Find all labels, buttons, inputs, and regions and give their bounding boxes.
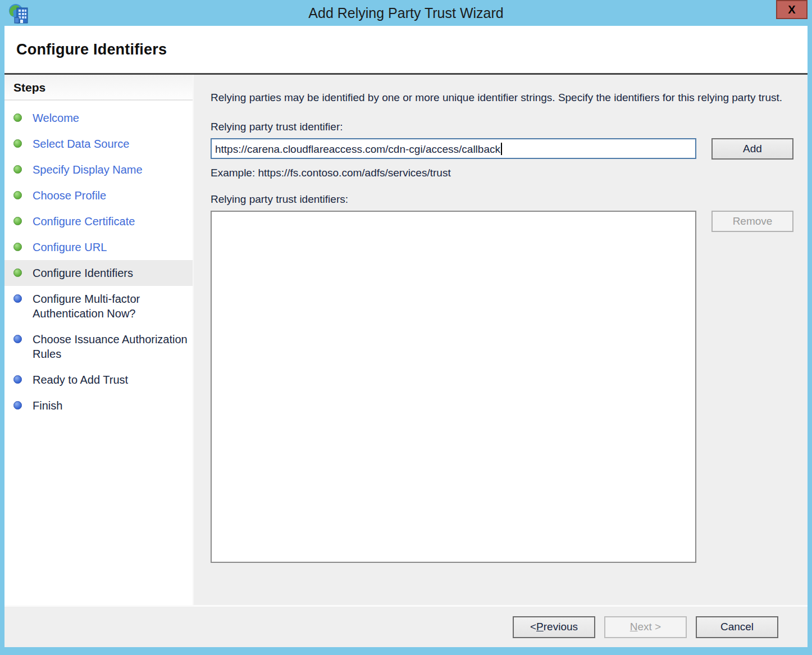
- sidebar-step-specify-display-name[interactable]: Specify Display Name: [4, 157, 193, 183]
- step-pending-bullet-icon: [13, 401, 22, 410]
- remove-button[interactable]: Remove: [711, 211, 793, 232]
- wizard-body: Configure Identifiers Steps WelcomeSelec…: [4, 26, 808, 647]
- sidebar-step-configure-multi-factor-authentication-now[interactable]: Configure Multi-factor Authentication No…: [4, 286, 193, 326]
- sidebar-step-choose-profile[interactable]: Choose Profile: [4, 183, 193, 208]
- wizard-window: Add Relying Party Trust Wizard X Configu…: [0, 0, 812, 655]
- step-label: Configure Certificate: [33, 214, 135, 229]
- step-label: Finish: [33, 398, 62, 413]
- page-title: Configure Identifiers: [16, 41, 167, 58]
- step-label: Welcome: [33, 111, 79, 125]
- sidebar-step-choose-issuance-authorization-rules[interactable]: Choose Issuance Authorization Rules: [4, 326, 193, 367]
- sidebar-step-configure-identifiers[interactable]: Configure Identifiers: [4, 260, 193, 286]
- step-done-bullet-icon: [13, 113, 22, 122]
- step-label: Choose Profile: [33, 188, 106, 203]
- previous-button[interactable]: < Previous: [513, 616, 595, 638]
- adfs-app-icon: [8, 3, 30, 24]
- step-label: Ready to Add Trust: [33, 372, 128, 387]
- step-done-bullet-icon: [13, 165, 22, 174]
- titlebar: Add Relying Party Trust Wizard X: [0, 0, 812, 26]
- step-done-bullet-icon: [13, 217, 22, 225]
- sidebar-step-welcome[interactable]: Welcome: [4, 105, 193, 131]
- step-label: Select Data Source: [33, 137, 129, 151]
- step-label: Configure Identifiers: [33, 266, 133, 280]
- sidebar-step-finish[interactable]: Finish: [4, 393, 193, 419]
- step-label: Configure Multi-factor Authentication No…: [33, 292, 188, 321]
- sidebar-step-ready-to-add-trust[interactable]: Ready to Add Trust: [4, 367, 193, 393]
- add-button[interactable]: Add: [711, 138, 793, 160]
- next-button[interactable]: Next >: [604, 616, 687, 638]
- steps-list: WelcomeSelect Data SourceSpecify Display…: [4, 105, 193, 419]
- window-title: Add Relying Party Trust Wizard: [308, 5, 503, 21]
- identifiers-listbox[interactable]: [211, 211, 696, 563]
- step-done-bullet-icon: [13, 269, 22, 277]
- identifiers-list-label: Relying party trust identifiers:: [211, 193, 793, 206]
- page-header: Configure Identifiers: [4, 26, 808, 73]
- step-done-bullet-icon: [13, 243, 22, 251]
- identifier-input[interactable]: https://carena.cloudflareaccess.com/cdn-…: [211, 138, 696, 159]
- sidebar-step-configure-certificate[interactable]: Configure Certificate: [4, 208, 193, 234]
- step-done-bullet-icon: [13, 191, 22, 199]
- step-done-bullet-icon: [13, 139, 22, 148]
- cancel-button[interactable]: Cancel: [696, 616, 778, 638]
- text-caret: [501, 143, 502, 155]
- main-panel: Relying parties may be identified by one…: [194, 75, 808, 605]
- steps-sidebar: Steps WelcomeSelect Data SourceSpecify D…: [4, 75, 193, 605]
- step-pending-bullet-icon: [13, 335, 22, 343]
- sidebar-step-select-data-source[interactable]: Select Data Source: [4, 131, 193, 157]
- identifier-input-value: https://carena.cloudflareaccess.com/cdn-…: [215, 143, 500, 155]
- sidebar-step-configure-url[interactable]: Configure URL: [4, 234, 193, 260]
- page-description: Relying parties may be identified by one…: [211, 90, 791, 105]
- identifier-input-label: Relying party trust identifier:: [211, 121, 793, 133]
- step-label: Configure URL: [33, 240, 107, 254]
- steps-heading: Steps: [4, 75, 193, 101]
- step-pending-bullet-icon: [13, 294, 22, 303]
- example-text: Example: https://fs.contoso.com/adfs/ser…: [211, 167, 793, 179]
- step-label: Choose Issuance Authorization Rules: [33, 332, 188, 361]
- close-button[interactable]: X: [776, 0, 808, 19]
- step-label: Specify Display Name: [33, 162, 143, 177]
- footer-button-bar: < Previous Next > Cancel: [4, 607, 808, 647]
- step-pending-bullet-icon: [13, 375, 22, 384]
